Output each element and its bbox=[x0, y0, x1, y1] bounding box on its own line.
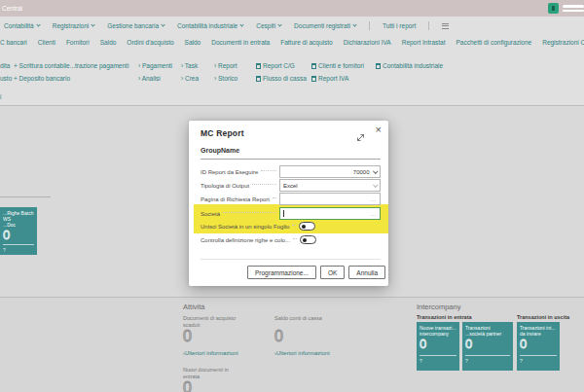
resize-icon[interactable] bbox=[356, 128, 365, 146]
activity-card-cassa: Saldo conti di cassa 0 bbox=[274, 315, 322, 344]
intercompany-out-label: Transazioni in uscita bbox=[517, 314, 569, 320]
nav-saldo-1[interactable]: Saldo bbox=[100, 39, 117, 46]
actionbar-cut-column: dita usto bbox=[0, 60, 12, 85]
nav-fatture-acquisto[interactable]: Fatture di acquisto bbox=[280, 39, 332, 46]
action-report-iva[interactable]: Report IVA bbox=[311, 73, 364, 86]
action-pagamenti[interactable]: › Pagamenti bbox=[138, 60, 172, 73]
menu-registrazioni[interactable]: Registrazioni bbox=[53, 22, 95, 29]
action-report-cg[interactable]: Report C/G bbox=[256, 60, 307, 73]
nav-pacchetti-configurazione[interactable]: Pacchetti di configurazione bbox=[456, 39, 532, 46]
close-icon[interactable]: × bbox=[376, 125, 382, 135]
menu-cespiti[interactable]: Cespiti bbox=[256, 22, 281, 29]
output-type-select[interactable]: Excel bbox=[279, 179, 381, 192]
nav-dichiarazioni-iva[interactable]: Dichiarazioni IVA bbox=[344, 39, 391, 46]
request-page-input[interactable]: ... bbox=[279, 193, 381, 205]
app-title: Central bbox=[2, 5, 22, 12]
action-scrittura-contabile[interactable]: + Scrittura contabile...trazione pagamen… bbox=[14, 60, 128, 73]
activity-value[interactable]: 0 bbox=[183, 379, 229, 392]
actionbar-col-pagamenti: › Pagamenti › Analisi bbox=[138, 60, 172, 85]
dialog-buttons: Programmazione... OK Annulla bbox=[247, 266, 385, 279]
action-cut-1[interactable]: dita bbox=[0, 60, 12, 73]
activity-card-scaduti: Documenti di acquisto scaduti 0 bbox=[183, 315, 236, 344]
chevron-down-icon[interactable] bbox=[373, 169, 378, 174]
report-id-input[interactable]: 70000 bbox=[279, 165, 381, 178]
tile-value: 0 bbox=[3, 229, 34, 242]
check-definition-toggle-wrap bbox=[300, 235, 401, 244]
action-storico[interactable]: › Storico bbox=[214, 73, 237, 86]
nav-report-intrastat[interactable]: Report Intrastat bbox=[402, 39, 446, 46]
menu-gestione-bancaria[interactable]: Gestione bancaria bbox=[107, 22, 164, 29]
action-flusso-di-cassa[interactable]: Flusso di cassa bbox=[256, 73, 307, 86]
action-deposito-bancario[interactable]: + Deposito bancario bbox=[14, 73, 128, 86]
menu-tutti-i-report[interactable]: Tutti i report bbox=[383, 22, 416, 29]
menu-contabilita[interactable]: Contabilità bbox=[4, 22, 40, 29]
leader-dots bbox=[273, 197, 276, 198]
menu-contabilita-industriale[interactable]: Contabilità industriale bbox=[177, 22, 243, 29]
menu-documenti-registrati[interactable]: Documenti registrati bbox=[294, 22, 356, 29]
tile-rule bbox=[520, 355, 557, 356]
merge-toggle[interactable] bbox=[299, 222, 315, 231]
tile-transazioni-da-inviare[interactable]: Transazioni int... da inviare 0 ? bbox=[517, 322, 560, 371]
action-analisi[interactable]: › Analisi bbox=[138, 73, 172, 86]
activities-title: Attività bbox=[183, 303, 205, 311]
action-contabilita-industriale[interactable]: Contabilità industriale bbox=[376, 60, 443, 73]
chevron-down-icon bbox=[352, 22, 356, 26]
ok-button[interactable]: OK bbox=[320, 266, 345, 279]
field-label: Unisci Società in un singolo Foglio bbox=[201, 224, 289, 230]
nav-clienti[interactable]: Clienti bbox=[38, 39, 55, 46]
field-row-report-id: ID Report da Eseguire 70000 bbox=[201, 165, 381, 178]
nav-cc-bancari[interactable]: C bancari bbox=[0, 39, 27, 46]
action-task[interactable]: › Task bbox=[181, 60, 199, 73]
action-cut-2[interactable]: usto bbox=[0, 73, 12, 86]
tile-value: 0 bbox=[465, 338, 510, 351]
mc-report-dialog: MC Report × GroupName ID Report da Esegu… bbox=[189, 121, 388, 286]
header-decoration bbox=[563, 5, 584, 8]
nav-saldo-2[interactable]: Saldo bbox=[185, 39, 201, 46]
activity-label: Nuovi documenti in bbox=[183, 367, 229, 374]
activity-label: Documenti di acquisto bbox=[183, 315, 236, 322]
action-clienti-fornitori[interactable]: Clienti e fornitori bbox=[311, 60, 364, 73]
actionbar-new-column: + Scrittura contabile...trazione pagamen… bbox=[14, 60, 128, 85]
schedule-button[interactable]: Programmazione... bbox=[247, 266, 316, 279]
activity-value[interactable]: 0 bbox=[274, 328, 322, 344]
tile-nuove-transazioni[interactable]: Nuove transazi... intercompany 0 ? bbox=[417, 322, 459, 371]
field-row-merge: Unisci Società in un singolo Foglio bbox=[201, 221, 381, 232]
chevron-down-icon[interactable] bbox=[373, 183, 378, 188]
tile-rule bbox=[3, 244, 34, 245]
report-icon bbox=[256, 76, 261, 82]
leader-dots bbox=[252, 184, 276, 185]
assist-edit-icon[interactable]: ... bbox=[371, 196, 378, 202]
activity-label: Saldo conti di cassa bbox=[274, 315, 322, 322]
tile-rule bbox=[465, 355, 510, 356]
company-input[interactable]: ... bbox=[279, 207, 381, 220]
user-avatar-icon[interactable] bbox=[548, 3, 559, 14]
nav-documenti-entrata[interactable]: Documenti in entrata bbox=[211, 39, 270, 46]
more-info-link[interactable]: ›Ulteriori informazioni bbox=[183, 350, 238, 356]
action-crea[interactable]: › Crea bbox=[181, 73, 199, 86]
tile-righe-batch[interactable]: ...Righe Batch WS ...Doc 0 ? bbox=[0, 207, 37, 255]
action-report[interactable]: › Report bbox=[214, 60, 237, 73]
nav-ordini-acquisto[interactable]: Ordini d'acquisto bbox=[127, 39, 173, 46]
nav-fornitori[interactable]: Fornitori bbox=[66, 39, 90, 46]
menu-divider bbox=[369, 21, 370, 30]
field-label: Pagina di Richiesta Report bbox=[201, 196, 270, 202]
cancel-button[interactable]: Annulla bbox=[348, 266, 385, 279]
leader-dots bbox=[261, 170, 276, 171]
help-icon: ? bbox=[420, 358, 456, 364]
assist-edit-icon[interactable]: ... bbox=[370, 211, 377, 217]
check-definition-toggle[interactable] bbox=[300, 235, 316, 244]
actionbar-col-report: › Report › Storico bbox=[214, 60, 237, 85]
main-menu: Contabilità Registrazioni Gestione banca… bbox=[4, 21, 449, 30]
report-icon bbox=[256, 63, 261, 69]
more-info-link[interactable]: ›Ulteriori informazioni bbox=[274, 350, 330, 356]
menu-list-icon[interactable] bbox=[442, 21, 449, 30]
tile-transazioni-partner[interactable]: Transazioni ...società partner 0 ? bbox=[462, 322, 513, 371]
cut-text: i bbox=[0, 93, 1, 100]
chevron-down-icon bbox=[277, 22, 281, 26]
header-decoration bbox=[563, 10, 584, 13]
activity-value[interactable]: 0 bbox=[183, 328, 236, 344]
nav-registrazioni-coge[interactable]: Registrazioni COGE bbox=[542, 39, 584, 46]
leader-dots bbox=[292, 225, 296, 226]
help-icon: ? bbox=[520, 358, 557, 364]
tile-value: 0 bbox=[420, 338, 456, 351]
